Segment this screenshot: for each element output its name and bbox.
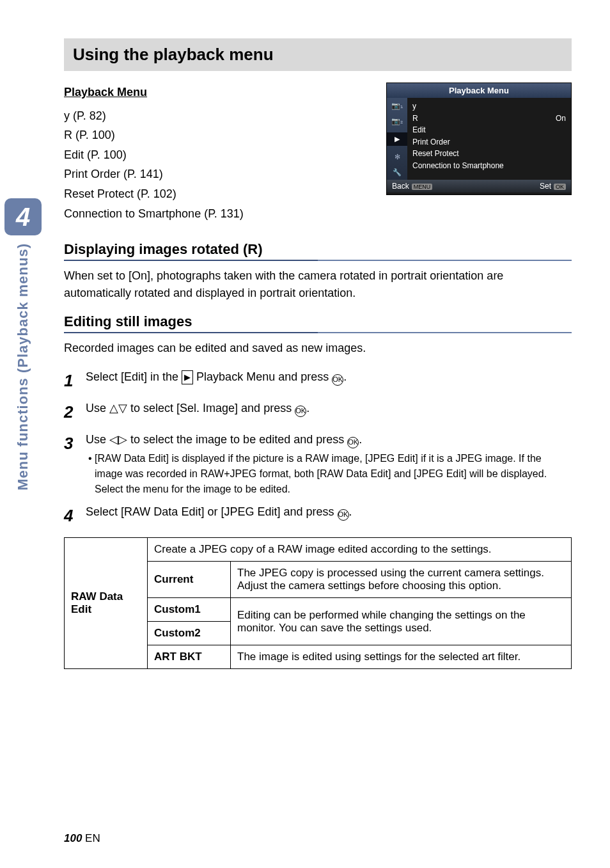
- step-3: 3 Use ◁▷ to select the image to be edite…: [64, 431, 572, 497]
- item-label: Edit: [412, 124, 426, 136]
- page-number: 100: [64, 832, 82, 844]
- ok-icon: OK: [338, 509, 349, 521]
- item-label: Connection to Smartphone: [412, 160, 504, 172]
- chapter-number-badge: 4: [4, 198, 42, 235]
- subheading-rotate: Displaying images rotated (R): [64, 241, 572, 261]
- step-number: 4: [64, 503, 86, 528]
- rotate-description: When set to [On], photographs taken with…: [64, 267, 572, 302]
- tab-icon: 📷₂: [391, 117, 403, 125]
- pb-line-5: Connection to Smartphone (P. 131): [64, 207, 244, 220]
- chapter-title-vertical: Menu functions (Playback menus): [15, 243, 31, 491]
- ok-icon: OK: [332, 374, 343, 386]
- page-lang: EN: [85, 832, 100, 844]
- footer-set: SetOK: [540, 182, 566, 191]
- raw-edit-table: RAW Data Edit Create a JPEG copy of a RA…: [64, 537, 572, 669]
- item-icon: R: [412, 113, 418, 125]
- table-val: Editing can be performed while changing …: [231, 598, 572, 645]
- table-key: Custom1: [148, 598, 231, 622]
- leftright-arrow-icon: ◁▷: [109, 433, 127, 446]
- table-val: The image is edited using settings for t…: [231, 645, 572, 669]
- pb-line-2: Edit (P. 100): [64, 148, 127, 161]
- tab-icon: 📷₁: [391, 102, 403, 110]
- section-heading: Using the playback menu: [64, 38, 572, 71]
- page-footer: 100 EN: [64, 832, 100, 845]
- pb-line-4: Reset Protect (P. 102): [64, 187, 176, 200]
- pb-line-3: Print Order (P. 141): [64, 168, 163, 180]
- pb-line-1: R (P. 100): [64, 129, 115, 141]
- table-caption: Create a JPEG copy of a RAW image edited…: [148, 538, 572, 562]
- ok-icon: OK: [295, 406, 306, 417]
- playback-menu-list: Playback Menu y (P. 82) R (P. 100) Edit …: [64, 83, 244, 223]
- ok-icon: OK: [347, 437, 359, 448]
- table-key: ART BKT: [148, 645, 231, 669]
- tab-icon: ✻: [395, 153, 400, 161]
- step-3-note: [RAW Data Edit] is displayed if the pict…: [86, 451, 572, 497]
- edit-description: Recorded images can be edited and saved …: [64, 340, 572, 357]
- screenshot-items: y ROn Edit Print Order Reset Protect Con…: [407, 98, 571, 180]
- table-key: Current: [148, 562, 231, 598]
- camera-menu-screenshot: Playback Menu 📷₁ 📷₂ ▶ ✻ 🔧 y ROn Edit Pri…: [386, 83, 572, 195]
- tab-icon: 🔧: [393, 168, 402, 177]
- step-2: 2 Use △▽ to select [Sel. Image] and pres…: [64, 400, 572, 425]
- item-icon: y: [412, 100, 416, 113]
- table-row-header: RAW Data Edit: [65, 538, 148, 669]
- play-icon: ▶: [182, 370, 193, 384]
- table-val: The JPEG copy is processed using the cur…: [231, 562, 572, 598]
- subheading-edit: Editing still images: [64, 313, 572, 333]
- tab-icon-selected: ▶: [387, 132, 407, 146]
- pb-line-0: y (P. 82): [64, 109, 106, 122]
- screenshot-title: Playback Menu: [387, 83, 571, 98]
- steps-list: 1 Select [Edit] in the ▶ Playback Menu a…: [64, 368, 572, 528]
- step-1: 1 Select [Edit] in the ▶ Playback Menu a…: [64, 368, 572, 393]
- step-4: 4 Select [RAW Data Edit] or [JPEG Edit] …: [64, 503, 572, 528]
- step-number: 3: [64, 431, 86, 456]
- footer-back: BackMENU: [392, 182, 432, 191]
- item-label: Print Order: [412, 136, 450, 148]
- menu-button-icon: MENU: [412, 184, 433, 190]
- table-key: Custom2: [148, 622, 231, 645]
- rotate-icon: R: [247, 241, 258, 257]
- step-number: 1: [64, 368, 86, 393]
- item-value: On: [556, 113, 566, 125]
- step-number: 2: [64, 400, 86, 425]
- side-tab: 4 Menu functions (Playback menus): [0, 198, 46, 491]
- item-label: Reset Protect: [412, 148, 459, 160]
- ok-button-icon: OK: [554, 184, 566, 190]
- playback-menu-heading: Playback Menu: [64, 83, 147, 102]
- updown-arrow-icon: △▽: [109, 402, 127, 414]
- screenshot-tab-strip: 📷₁ 📷₂ ▶ ✻ 🔧: [387, 98, 407, 180]
